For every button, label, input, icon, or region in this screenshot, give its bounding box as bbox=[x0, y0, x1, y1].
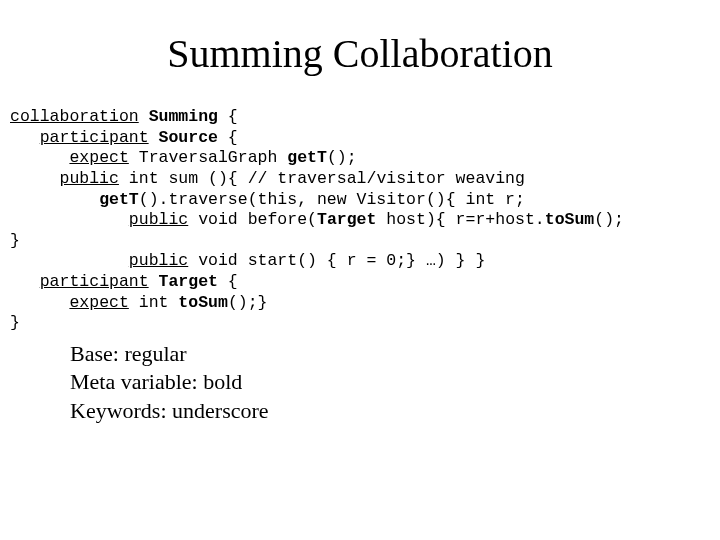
slide: Summing Collaboration collaboration Summ… bbox=[0, 0, 720, 540]
legend-keywords: Keywords: underscore bbox=[70, 397, 710, 426]
keyword: public bbox=[129, 251, 188, 270]
meta-variable: Target bbox=[159, 272, 218, 291]
keyword: collaboration bbox=[10, 107, 139, 126]
keyword: expect bbox=[69, 293, 128, 312]
slide-title: Summing Collaboration bbox=[10, 30, 710, 77]
legend-meta: Meta variable: bold bbox=[70, 368, 710, 397]
meta-variable: getT bbox=[287, 148, 327, 167]
code-block: collaboration Summing { participant Sour… bbox=[10, 107, 710, 334]
legend: Base: regular Meta variable: bold Keywor… bbox=[70, 340, 710, 426]
keyword: public bbox=[129, 210, 188, 229]
legend-base: Base: regular bbox=[70, 340, 710, 369]
keyword: participant bbox=[40, 128, 149, 147]
meta-variable: toSum bbox=[178, 293, 228, 312]
keyword: expect bbox=[69, 148, 128, 167]
meta-variable: Target bbox=[317, 210, 376, 229]
meta-variable: Summing bbox=[149, 107, 218, 126]
meta-variable: toSum bbox=[545, 210, 595, 229]
meta-variable: getT bbox=[99, 190, 139, 209]
meta-variable: Source bbox=[159, 128, 218, 147]
keyword: public bbox=[60, 169, 119, 188]
keyword: participant bbox=[40, 272, 149, 291]
